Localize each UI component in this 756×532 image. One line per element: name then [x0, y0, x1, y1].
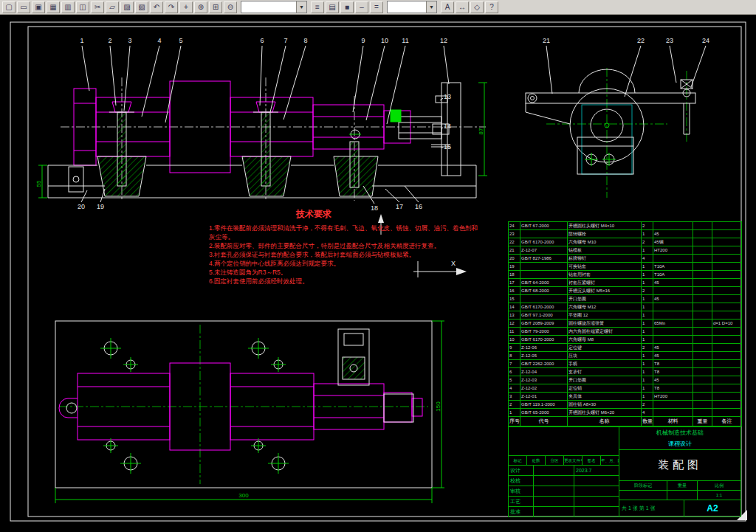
- bom-name: 六角螺母 M10: [568, 238, 642, 246]
- bom-material: HT200: [653, 393, 693, 401]
- bom-name: 开槽圆柱头螺钉 M4×10: [568, 222, 642, 230]
- bom-no: 9: [509, 344, 520, 352]
- bom-note: [712, 360, 742, 368]
- bom-weight: [693, 401, 712, 409]
- bom-code: GB/T 79-2000: [520, 328, 568, 336]
- toolbar-group-file: ▢▭▣▦▥◫✂▱▨▧↶↷+⊕⊞⊖: [1, 1, 238, 13]
- bom-no: 1: [509, 409, 520, 417]
- bom-note: [712, 344, 742, 352]
- technical-requirement-line: 6.固定衬套使用前必须经时效处理。: [209, 277, 481, 286]
- bom-row: 10 GB/T 6170-2000 六角螺母 M8 1: [509, 336, 742, 344]
- sign-row: 校核: [509, 475, 619, 486]
- save-icon[interactable]: ▣: [32, 1, 45, 13]
- bom-name: 开槽沉头螺钉 M5×16: [568, 287, 642, 295]
- bom-material: [653, 255, 693, 263]
- zoom-previous-icon[interactable]: ⊖: [224, 1, 237, 13]
- dimension-icon[interactable]: ↔: [456, 1, 469, 13]
- bom-row: 6 Z-12-04 支承钉 1 T8: [509, 368, 742, 376]
- bom-weight: [693, 263, 712, 271]
- linetype-icon[interactable]: –: [355, 1, 368, 13]
- lineweight-icon[interactable]: =: [370, 1, 383, 13]
- bom-qty: 1: [642, 295, 653, 303]
- bom-material: [653, 311, 693, 319]
- color-combo[interactable]: ▼: [387, 1, 437, 13]
- zoom-realtime-icon[interactable]: ⊕: [194, 1, 207, 13]
- bom-name: 开口垫圈: [568, 376, 642, 384]
- bom-note: [712, 271, 742, 279]
- layer-properties-icon[interactable]: ▤: [326, 1, 339, 13]
- bom-note: [712, 287, 742, 295]
- bom-note: [712, 376, 742, 384]
- bom-row: 8 Z-12-05 压块 1 45: [509, 352, 742, 360]
- part-callouts: 1 2 3 4 5 6 7 8 9 10 11 12 13 14 15 16 1…: [78, 37, 709, 212]
- organization-name: 机械制造技术基础 课程设计: [619, 427, 740, 450]
- callout-label: 8: [303, 37, 307, 44]
- open-icon[interactable]: ▭: [17, 1, 30, 13]
- bom-name: 内六角圆柱端紧定螺钉: [568, 328, 642, 336]
- bom-weight: [693, 238, 712, 246]
- bom-weight: [693, 271, 712, 279]
- bom-weight: [693, 409, 712, 417]
- osnap-icon[interactable]: ◇: [470, 1, 484, 13]
- bom-qty: 1: [642, 360, 653, 368]
- bom-weight: [693, 222, 712, 230]
- bom-no: 12: [509, 319, 520, 328]
- bom-row: 11 GB/T 79-2000 内六角圆柱端紧定螺钉 1: [509, 328, 742, 336]
- bom-row: 23 防转螺栓 1 45: [509, 230, 742, 238]
- callout-label: 19: [97, 203, 104, 210]
- bom-name: 夹具体: [568, 393, 642, 401]
- publish-icon[interactable]: ◫: [76, 1, 89, 13]
- bom-no: 19: [509, 263, 520, 271]
- paste-icon[interactable]: ▨: [120, 1, 134, 13]
- bom-weight: [693, 344, 712, 352]
- plot-preview-icon[interactable]: ▥: [61, 1, 75, 13]
- bom-qty: 1: [642, 384, 653, 393]
- bom-qty: 1: [642, 279, 653, 287]
- dropdown-arrow-icon[interactable]: ▼: [296, 1, 306, 13]
- help-icon[interactable]: ?: [485, 1, 498, 13]
- layers-icon[interactable]: ≡: [311, 1, 324, 13]
- match-properties-icon[interactable]: ▧: [135, 1, 148, 13]
- bom-row: 14 GB/T 6170-2000 六角螺母 M12 1: [509, 303, 742, 311]
- bom-qty: 2: [642, 287, 653, 295]
- bom-qty: 2: [642, 401, 653, 409]
- bom-note: [712, 393, 742, 401]
- bom-material: [653, 328, 693, 336]
- bom-qty: 1: [642, 352, 653, 360]
- bom-name: 定位键: [568, 344, 642, 352]
- bom-no: 13: [509, 311, 520, 319]
- bom-row: 9 Z-12-06 定位键 2 45: [509, 344, 742, 352]
- undo-icon[interactable]: ↶: [150, 1, 163, 13]
- bom-weight: [693, 352, 712, 360]
- bom-no: 17: [509, 279, 520, 287]
- bom-no: 16: [509, 287, 520, 295]
- callout-label: 20: [78, 203, 85, 210]
- change-log-area: [509, 427, 619, 455]
- bom-row: 21 Z-12-07 钻模板 1 HT200: [509, 246, 742, 255]
- bom-material: [653, 336, 693, 344]
- zoom-window-icon[interactable]: ⊞: [209, 1, 222, 13]
- layer-combo[interactable]: ▼: [241, 1, 307, 13]
- bom-row: 1 GB/T 65-2000 开槽圆柱头螺钉 M6×20 4: [509, 409, 742, 417]
- text-icon[interactable]: A: [441, 1, 454, 13]
- new-icon[interactable]: ▢: [2, 1, 16, 13]
- bom-weight: [693, 246, 712, 255]
- color-control-icon[interactable]: ■: [340, 1, 354, 13]
- bom-name: 平垫圈 12: [568, 311, 642, 319]
- bom-name: 圆柱销 A8×30: [568, 401, 642, 409]
- cut-icon[interactable]: ✂: [91, 1, 104, 13]
- bom-note: [712, 401, 742, 409]
- dropdown-arrow-icon[interactable]: ▼: [426, 1, 436, 13]
- redo-icon[interactable]: ↷: [165, 1, 178, 13]
- plot-icon[interactable]: ▦: [47, 1, 60, 13]
- bom-code: GB/T 97.1-2000: [520, 311, 568, 319]
- bom-code: GB/T 65-2000: [520, 409, 568, 417]
- bom-row: 20 GB/T 827-1986 标牌铆钉 4: [509, 255, 742, 263]
- bom-no: 15: [509, 295, 520, 303]
- bom-weight: [693, 393, 712, 401]
- copy-icon[interactable]: ▱: [106, 1, 119, 13]
- pan-icon[interactable]: +: [179, 1, 193, 13]
- bom-no: 4: [509, 384, 520, 393]
- sign-row: 批准: [509, 506, 619, 517]
- bom-material: 65Mn: [653, 319, 693, 328]
